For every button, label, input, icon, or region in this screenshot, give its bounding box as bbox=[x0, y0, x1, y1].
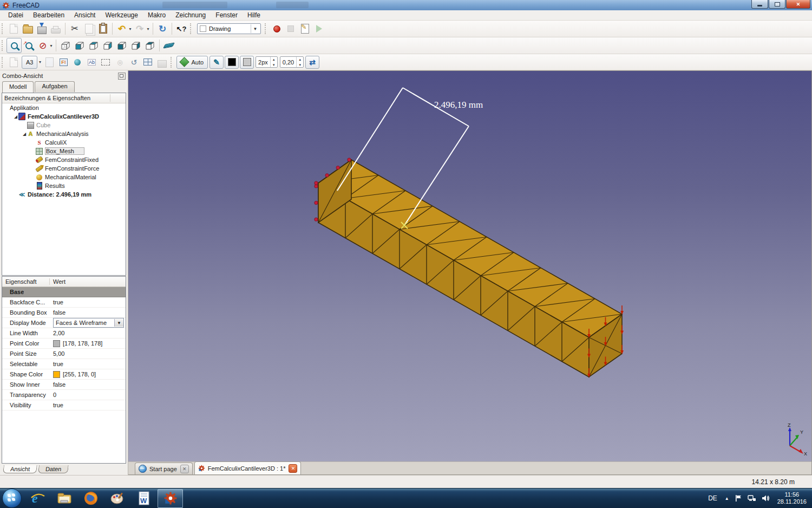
menu-ansicht[interactable]: Ansicht bbox=[69, 11, 100, 19]
show-hidden-icons[interactable]: ▲ bbox=[725, 496, 729, 501]
taskbar-freecad[interactable] bbox=[158, 489, 183, 508]
undo-button[interactable]: ↶ bbox=[115, 22, 129, 36]
property-row-show-inner[interactable]: Show Innerfalse bbox=[2, 380, 126, 390]
property-row-point-color[interactable]: Point Color[178, 178, 178] bbox=[2, 338, 126, 349]
property-row-point-size[interactable]: Point Size5,00 bbox=[2, 349, 126, 359]
macro-edit-button[interactable]: ✎ bbox=[298, 22, 312, 36]
expand-caret-icon[interactable]: ◢ bbox=[13, 114, 18, 119]
property-row-transparency[interactable]: Transparency0 bbox=[2, 390, 126, 400]
draft-view-button[interactable]: ↺ bbox=[127, 55, 141, 69]
view-top-button[interactable] bbox=[87, 38, 101, 53]
paste-button[interactable] bbox=[96, 22, 110, 36]
tree-item-calculix[interactable]: SCalculiX bbox=[2, 138, 126, 147]
page-size-button[interactable]: A3 bbox=[22, 56, 37, 69]
taskbar-clock[interactable]: 11:5628.11.2016 bbox=[777, 491, 807, 505]
start-button[interactable] bbox=[2, 489, 22, 508]
3d-scene[interactable]: 2.496,19 mmZYX bbox=[128, 71, 811, 461]
property-row-base[interactable]: Base bbox=[2, 287, 126, 297]
refresh-button[interactable]: ↻ bbox=[155, 22, 169, 36]
line-style-button[interactable]: ✎ bbox=[209, 56, 224, 69]
fill-color-button[interactable] bbox=[240, 56, 254, 69]
draw-style-button[interactable]: ⊘ bbox=[36, 38, 50, 53]
property-row-display-mode[interactable]: Display ModeFaces & Wireframe▼ bbox=[2, 318, 126, 328]
volume-icon[interactable] bbox=[762, 494, 770, 502]
cut-button[interactable]: ✂ bbox=[68, 22, 82, 36]
close-tab-icon[interactable]: ✕ bbox=[289, 464, 297, 473]
spherical-view-button[interactable] bbox=[70, 55, 84, 69]
view-rear-button[interactable] bbox=[115, 38, 129, 53]
view-axonometric-button[interactable] bbox=[58, 38, 73, 53]
taskbar-internet-explorer[interactable]: e bbox=[25, 489, 50, 508]
menu-makro[interactable]: Makro bbox=[143, 11, 171, 19]
property-row-bounding-box[interactable]: Bounding Boxfalse bbox=[2, 308, 126, 318]
fit-all-button[interactable] bbox=[6, 38, 22, 53]
property-row-selectable[interactable]: Selectabletrue bbox=[2, 359, 126, 369]
zoom-selection-button[interactable]: ↗ bbox=[22, 38, 36, 53]
tree-item-mechanicalmaterial[interactable]: MechanicalMaterial bbox=[2, 173, 126, 181]
measure-distance-button[interactable] bbox=[162, 38, 176, 53]
open-file-button[interactable] bbox=[21, 22, 35, 36]
tab-ansicht[interactable]: Ansicht bbox=[3, 465, 37, 473]
document-tab-start-page[interactable]: Start page✕ bbox=[135, 463, 193, 474]
property-row-line-width[interactable]: Line Width2,00 bbox=[2, 328, 126, 338]
line-width-field[interactable]: 2px▲▼ bbox=[256, 56, 278, 68]
page-size-dropdown[interactable]: ▾ bbox=[37, 60, 42, 64]
sync-view-button[interactable]: ⇄ bbox=[305, 56, 319, 69]
maximize-button[interactable] bbox=[769, 0, 785, 9]
front-view-page-button[interactable]: F! bbox=[56, 55, 70, 69]
network-icon[interactable] bbox=[748, 494, 756, 502]
taskbar-paint[interactable] bbox=[104, 489, 130, 508]
scale-field[interactable]: 0,20▲▼ bbox=[280, 56, 304, 68]
3d-viewport[interactable]: 2.496,19 mmZYX Start page✕FemCalculixCan… bbox=[128, 70, 812, 475]
view-bottom-button[interactable] bbox=[129, 38, 143, 53]
view-right-button[interactable] bbox=[101, 38, 115, 53]
property-row-backface-c-[interactable]: Backface C...true bbox=[2, 297, 126, 308]
save-file-button[interactable] bbox=[35, 22, 49, 36]
property-row-visibility[interactable]: Visibilitytrue bbox=[2, 400, 126, 411]
tree-item-femcalculixcantilever3d[interactable]: ◢FemCalculixCantilever3D bbox=[2, 112, 126, 121]
workbench-selector[interactable]: Drawing▼ bbox=[197, 23, 261, 34]
menu-bearbeiten[interactable]: Bearbeiten bbox=[28, 11, 69, 19]
tab-modell[interactable]: Modell bbox=[2, 81, 34, 93]
taskbar-word[interactable]: W bbox=[131, 489, 156, 508]
view-front-button[interactable] bbox=[73, 38, 87, 53]
line-color-button[interactable] bbox=[225, 56, 239, 69]
expand-caret-icon[interactable]: ◢ bbox=[22, 132, 27, 136]
float-panel-button[interactable] bbox=[118, 73, 126, 80]
whats-this-button[interactable]: ↖? bbox=[174, 22, 188, 36]
menu-werkzeuge[interactable]: Werkzeuge bbox=[100, 11, 142, 19]
line-width-field-spinner[interactable]: ▲▼ bbox=[270, 57, 277, 67]
menu-datei[interactable]: Datei bbox=[3, 11, 28, 19]
language-indicator[interactable]: DE bbox=[708, 494, 717, 502]
close-tab-icon[interactable]: ✕ bbox=[180, 465, 189, 473]
close-button[interactable]: ✕ bbox=[786, 0, 810, 9]
tree-item-distance[interactable]: ≪Distance: 2.496,19 mm bbox=[2, 190, 126, 199]
macro-record-button[interactable] bbox=[270, 22, 284, 36]
auto-dimension-button[interactable]: Auto bbox=[176, 56, 208, 69]
annotation-button[interactable]: Ab bbox=[84, 55, 99, 69]
clip-group-button[interactable] bbox=[99, 55, 113, 69]
menu-zeichnung[interactable]: Zeichnung bbox=[171, 11, 211, 19]
tree-item-femconstraintforce[interactable]: FemConstraintForce bbox=[2, 164, 126, 173]
tree-item-mechanicalanalysis[interactable]: ◢AMechanicalAnalysis bbox=[2, 129, 126, 138]
title-bar: FreeCAD ✕ bbox=[0, 0, 812, 11]
tab-aufgaben[interactable]: Aufgaben bbox=[35, 81, 74, 92]
taskbar-firefox[interactable] bbox=[78, 489, 103, 508]
document-tab-model[interactable]: FemCalculixCantilever3D : 1*✕ bbox=[194, 461, 302, 474]
tree-item-applikation[interactable]: Applikation bbox=[2, 103, 126, 112]
menu-hilfe[interactable]: Hilfe bbox=[243, 11, 265, 19]
spreadsheet-view-button[interactable] bbox=[141, 55, 155, 69]
tree-item-cube[interactable]: Cube bbox=[2, 121, 126, 129]
tab-daten[interactable]: Daten bbox=[38, 465, 69, 473]
minimize-button[interactable] bbox=[751, 0, 768, 9]
display-mode-dropdown[interactable]: Faces & Wireframe▼ bbox=[53, 318, 124, 328]
tree-item-femconstraintfixed[interactable]: FemConstraintFixed bbox=[2, 155, 126, 164]
tree-item-results[interactable]: Results bbox=[2, 181, 126, 190]
view-left-button[interactable] bbox=[143, 38, 157, 53]
scale-field-spinner[interactable]: ▲▼ bbox=[296, 57, 303, 67]
property-row-shape-color[interactable]: Shape Color[255, 178, 0] bbox=[2, 369, 126, 380]
menu-fenster[interactable]: Fenster bbox=[211, 11, 243, 19]
taskbar-windows-explorer[interactable] bbox=[51, 489, 77, 508]
tree-item-box-mesh[interactable]: Box_Mesh bbox=[2, 147, 126, 155]
action-center-flag-icon[interactable] bbox=[735, 494, 742, 502]
